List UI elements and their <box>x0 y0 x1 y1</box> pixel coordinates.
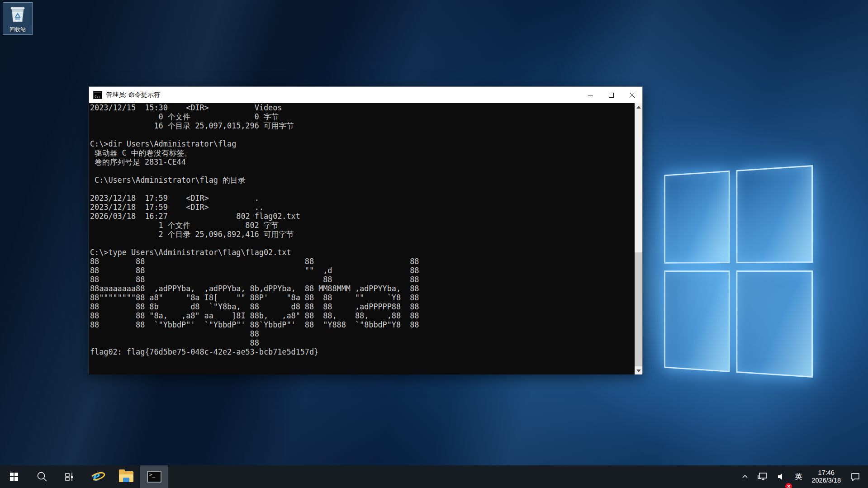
console-line: 88""""""""88 a8" "8a I8[ "" 88P' "8a 88 … <box>90 293 635 302</box>
console-line: 1 个文件 802 字节 <box>90 221 635 230</box>
scroll-up-arrow-icon[interactable] <box>635 103 642 111</box>
windows-logo-pane <box>664 171 730 263</box>
wallpaper-windows-logo <box>664 165 813 378</box>
ethernet-network-icon <box>758 472 768 481</box>
close-icon <box>630 93 635 98</box>
task-view-button[interactable] <box>56 465 84 488</box>
console-line: C:\Users\Administrator\flag 的目录 <box>90 175 635 185</box>
console-line: C:\>type Users\Administrator\flag\flag02… <box>90 248 635 257</box>
console-line: 2023/12/18 17:59 <DIR> .. <box>90 203 635 212</box>
recycle-bin-label: 回收站 <box>9 26 26 33</box>
network-button[interactable] <box>754 465 771 488</box>
console-line: 88 88 88 88 <box>90 275 635 284</box>
console-line: 88 <box>90 338 635 347</box>
console-line: flag02: flag{76d5be75-048c-42e2-ae53-bcb… <box>90 347 635 356</box>
chevron-up-icon <box>741 473 749 480</box>
cmd-window-title: 管理员: 命令提示符 <box>106 91 160 99</box>
tray-date: 2026/3/18 <box>811 477 841 484</box>
console-scrollbar[interactable] <box>635 103 642 374</box>
cmd-titlebar[interactable]: 管理员: 命令提示符 <box>89 87 642 103</box>
file-explorer-button[interactable] <box>112 465 140 488</box>
file-explorer-icon <box>119 471 133 482</box>
internet-explorer-icon: e <box>90 470 106 483</box>
action-center-icon <box>850 472 860 481</box>
speaker-muted-icon <box>777 472 786 481</box>
windows-logo-pane <box>736 165 813 263</box>
close-button[interactable] <box>621 87 642 103</box>
console-prompt-row: C:\> <box>90 365 635 374</box>
tray-overflow-button[interactable] <box>738 465 752 488</box>
scroll-down-arrow-icon[interactable] <box>635 367 642 374</box>
console-line: 88aaaaaaaa88 ,adPPYba, ,adPPYba, 8b,dPPY… <box>90 284 635 293</box>
cmd-taskbar-button[interactable] <box>140 465 168 488</box>
console-line <box>90 356 635 365</box>
console-line: 卷的序列号是 2831-CE44 <box>90 157 635 166</box>
caption-buttons <box>580 87 642 103</box>
console-line: 2 个目录 25,096,892,416 可用字节 <box>90 230 635 239</box>
console-line <box>90 130 635 139</box>
console-line: 2023/12/15 15:30 <DIR> Videos <box>90 103 635 112</box>
action-center-button[interactable] <box>847 465 863 488</box>
task-view-icon <box>64 471 76 483</box>
cmd-taskbar-icon <box>147 471 161 483</box>
windows-logo-pane <box>664 270 730 372</box>
system-tray: ✕ 英 17:46 2026/3/18 <box>738 465 868 488</box>
recycle-bin-shortcut[interactable]: 回收站 <box>3 2 33 35</box>
console-line <box>90 239 635 248</box>
console-line: 88 88 "8a, ,a8" aa ]8I 88b, ,a8" 88 88, … <box>90 311 635 320</box>
maximize-button[interactable] <box>601 87 621 103</box>
scrollbar-thumb[interactable] <box>635 252 642 366</box>
console-lines: 2023/12/15 15:30 <DIR> Videos 0 个文件 0 字节… <box>90 103 635 374</box>
mute-badge: ✕ <box>785 483 792 488</box>
maximize-icon <box>609 93 614 98</box>
recycle-bin-icon <box>9 5 26 24</box>
console-line: 2023/12/18 17:59 <DIR> . <box>90 194 635 203</box>
console-line: 88 88 "" ,d 88 <box>90 266 635 275</box>
console-line: 2026/03/18 16:27 802 flag02.txt <box>90 212 635 221</box>
start-button[interactable] <box>0 465 28 488</box>
console-line: 88 88 `"YbbdP"' `"YbbdP"' 88`YbbdP"' 88 … <box>90 320 635 329</box>
minimize-button[interactable] <box>580 87 601 103</box>
console-area[interactable]: 2023/12/15 15:30 <DIR> Videos 0 个文件 0 字节… <box>89 103 642 374</box>
search-button[interactable] <box>28 465 56 488</box>
cmd-app-icon <box>93 91 102 99</box>
console-line <box>90 166 635 175</box>
console-line: C:\>dir Users\Administrator\flag <box>90 139 635 148</box>
taskbar-clock[interactable]: 17:46 2026/3/18 <box>808 465 844 488</box>
windows-logo-pane <box>736 270 813 378</box>
console-line <box>90 185 635 194</box>
cmd-window: 管理员: 命令提示符 2023/12/15 15:30 <DIR> Videos… <box>89 86 643 374</box>
minimize-icon <box>588 93 593 98</box>
console-line: 88 <box>90 329 635 338</box>
console-line: 驱动器 C 中的卷没有标签。 <box>90 148 635 157</box>
console-line: 0 个文件 0 字节 <box>90 112 635 121</box>
console-line: 88 88 8b d8 `"Y8ba, 88 d8 88 88 ,adPPPPP… <box>90 302 635 311</box>
console-line: 88 88 88 88 <box>90 257 635 266</box>
windows-start-icon <box>10 473 18 481</box>
taskbar: e ✕ 英 1 <box>0 465 868 488</box>
volume-button[interactable]: ✕ <box>773 465 789 488</box>
search-icon <box>36 471 48 483</box>
internet-explorer-button[interactable]: e <box>84 465 112 488</box>
console-line: 16 个目录 25,097,015,296 可用字节 <box>90 121 635 130</box>
tray-time: 17:46 <box>818 469 835 477</box>
language-indicator[interactable]: 英 <box>792 465 805 488</box>
